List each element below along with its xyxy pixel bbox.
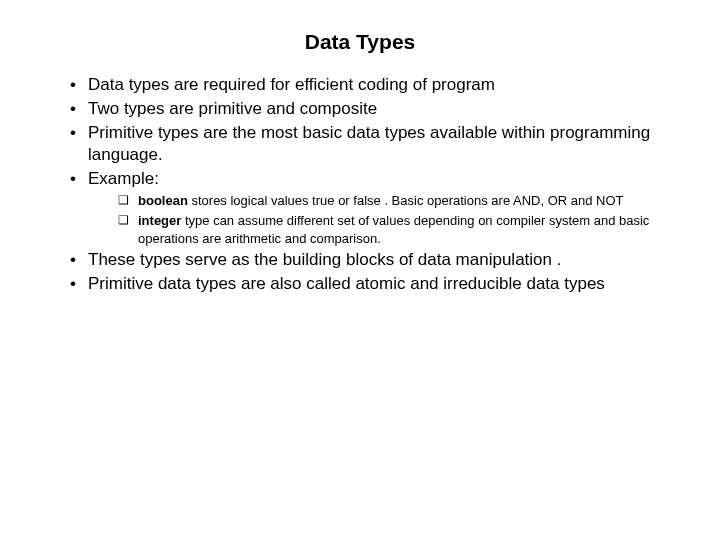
bullet-list-nested: boolean stores logical values true or fa… xyxy=(40,192,680,247)
list-item: These types serve as the building blocks… xyxy=(70,249,680,271)
page-title: Data Types xyxy=(40,30,680,54)
bullet-list-top: Data types are required for efficient co… xyxy=(40,74,680,190)
list-item: Data types are required for efficient co… xyxy=(70,74,680,96)
list-item: integer type can assume different set of… xyxy=(118,212,680,247)
bold-term: boolean xyxy=(138,193,188,208)
list-item-text: type can assume different set of values … xyxy=(138,213,649,246)
list-item: Primitive data types are also called ato… xyxy=(70,273,680,295)
list-item-text: stores logical values true or false . Ba… xyxy=(188,193,624,208)
list-item: Example: xyxy=(70,168,680,190)
list-item: boolean stores logical values true or fa… xyxy=(118,192,680,210)
list-item: Primitive types are the most basic data … xyxy=(70,122,680,166)
bullet-list-bottom: These types serve as the building blocks… xyxy=(40,249,680,295)
bold-term: integer xyxy=(138,213,181,228)
list-item: Two types are primitive and composite xyxy=(70,98,680,120)
